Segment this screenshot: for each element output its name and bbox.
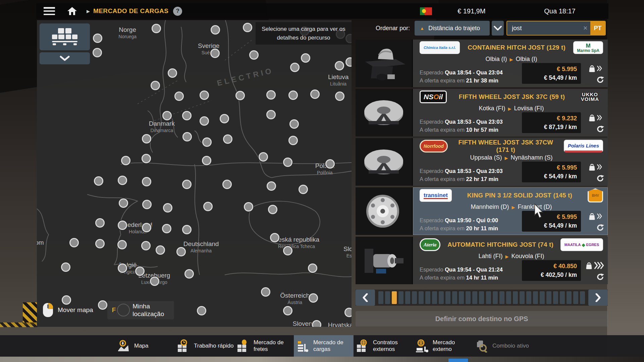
page-tick[interactable] bbox=[466, 291, 471, 304]
cargo-map-marker[interactable] bbox=[270, 233, 279, 242]
cargo-map-marker[interactable] bbox=[335, 92, 344, 101]
cargo-map-marker[interactable] bbox=[283, 246, 292, 255]
cargo-map-marker[interactable] bbox=[261, 287, 270, 297]
cargo-map-marker[interactable] bbox=[118, 263, 127, 273]
cargo-map-marker[interactable] bbox=[266, 90, 276, 100]
cargo-map-marker[interactable] bbox=[174, 92, 184, 101]
nav-freight-market[interactable]: Mercado de fretes bbox=[234, 335, 294, 357]
cargo-map-marker[interactable] bbox=[288, 90, 298, 100]
cargo-map-marker[interactable] bbox=[163, 203, 172, 213]
nav-cargo-market[interactable]: Mercado de cargas bbox=[294, 335, 354, 357]
page-tick[interactable] bbox=[452, 291, 457, 304]
page-tick[interactable] bbox=[540, 291, 545, 304]
sort-dropdown-toggle[interactable] bbox=[492, 21, 504, 36]
cargo-map-marker[interactable] bbox=[283, 158, 292, 167]
cargo-map-marker[interactable] bbox=[118, 176, 127, 185]
cargo-map-marker[interactable] bbox=[142, 223, 151, 232]
cargo-map-marker[interactable] bbox=[202, 137, 212, 147]
page-tick[interactable] bbox=[560, 291, 565, 304]
cargo-map-marker[interactable] bbox=[93, 34, 102, 43]
page-tick[interactable] bbox=[513, 291, 518, 304]
nav-quick-job[interactable]: Trabalho rápido bbox=[174, 335, 234, 357]
cargo-map-marker[interactable] bbox=[117, 240, 127, 249]
page-tick-active[interactable] bbox=[392, 291, 397, 304]
cargo-map-marker[interactable] bbox=[95, 218, 105, 228]
page-tick[interactable] bbox=[439, 291, 444, 304]
page-tick[interactable] bbox=[580, 291, 585, 304]
cargo-map-marker[interactable] bbox=[283, 306, 292, 315]
page-tick[interactable] bbox=[520, 291, 525, 304]
cargo-map-marker[interactable] bbox=[344, 308, 352, 317]
cargo-map-marker[interactable] bbox=[244, 202, 253, 212]
cargo-map-marker[interactable] bbox=[335, 61, 344, 70]
page-tick[interactable] bbox=[412, 291, 417, 304]
cargo-map-marker[interactable] bbox=[299, 185, 308, 194]
page-tick[interactable] bbox=[506, 291, 511, 304]
cargo-map-marker[interactable] bbox=[203, 202, 213, 211]
cargo-map-marker[interactable] bbox=[268, 205, 277, 214]
cargo-map-marker[interactable] bbox=[325, 159, 335, 169]
cargo-map-marker[interactable] bbox=[249, 50, 259, 60]
page-tick[interactable] bbox=[567, 291, 572, 304]
nav-map[interactable]: Mapa bbox=[115, 335, 174, 357]
cargo-offer-row[interactable]: transinet KING PIN 3 1/2 SOLID JOST (145… bbox=[356, 187, 608, 235]
cargo-map-marker[interactable] bbox=[200, 90, 209, 100]
cargo-map-marker[interactable] bbox=[142, 154, 151, 163]
cargo-map-marker[interactable] bbox=[184, 269, 194, 279]
cargo-offer-row[interactable]: NSOil FIFTH WHEEL JOST JSK 37C (59 t) UK… bbox=[356, 89, 608, 136]
cargo-map-marker[interactable] bbox=[288, 136, 298, 145]
cargo-map-marker[interactable] bbox=[210, 49, 220, 58]
cargo-map-marker[interactable] bbox=[289, 119, 299, 129]
home-icon[interactable] bbox=[67, 7, 77, 15]
cargo-map-marker[interactable] bbox=[243, 23, 252, 32]
cargo-map-marker[interactable] bbox=[176, 247, 186, 256]
nav-external-market[interactable]: Mercado externo bbox=[413, 335, 473, 357]
cargo-map-marker[interactable] bbox=[69, 238, 79, 247]
cargo-map-marker[interactable] bbox=[168, 68, 177, 78]
cargo-map-marker[interactable] bbox=[267, 181, 276, 191]
page-tick[interactable] bbox=[493, 291, 498, 304]
cargo-map-marker[interactable] bbox=[308, 263, 317, 273]
cargo-map-marker[interactable] bbox=[197, 306, 206, 315]
cargo-map-marker[interactable] bbox=[142, 134, 151, 143]
cargo-map-marker[interactable] bbox=[182, 180, 192, 189]
clear-search-icon[interactable]: × bbox=[580, 21, 590, 35]
nav-external-contracts[interactable]: Contratos externos bbox=[354, 335, 413, 357]
page-tick[interactable] bbox=[573, 291, 578, 304]
cargo-map-marker[interactable] bbox=[156, 245, 165, 255]
collapse-filter-button[interactable] bbox=[40, 52, 90, 64]
cargo-map-marker[interactable] bbox=[266, 110, 276, 119]
cargo-offer-row[interactable]: Ateria AUTOMATIC HITCHING JOST (74 t) MA… bbox=[356, 237, 608, 284]
language-button[interactable]: PT bbox=[590, 21, 605, 35]
page-tick[interactable] bbox=[378, 291, 383, 304]
search-input[interactable] bbox=[507, 21, 580, 35]
cargo-map-marker[interactable] bbox=[235, 91, 245, 100]
cargo-map-marker[interactable] bbox=[312, 320, 321, 327]
cargo-map-marker[interactable] bbox=[310, 89, 320, 99]
cargo-map-marker[interactable] bbox=[119, 198, 128, 208]
help-icon[interactable]: ? bbox=[173, 7, 182, 16]
cargo-map-marker[interactable] bbox=[162, 224, 171, 233]
cargo-map-marker[interactable] bbox=[61, 262, 70, 272]
page-tick[interactable] bbox=[486, 291, 491, 304]
cargo-map-marker[interactable] bbox=[222, 180, 232, 189]
page-tick[interactable] bbox=[445, 291, 450, 304]
page-tick[interactable] bbox=[425, 291, 430, 304]
page-tick[interactable] bbox=[405, 291, 410, 304]
page-tick[interactable] bbox=[398, 291, 404, 304]
cargo-map-marker[interactable] bbox=[118, 221, 127, 230]
cargo-map-marker[interactable] bbox=[152, 24, 161, 33]
sort-dropdown[interactable]: ▲ Distância do trajeto bbox=[415, 21, 490, 36]
next-page-button[interactable] bbox=[588, 290, 608, 306]
cargo-map-marker[interactable] bbox=[202, 156, 211, 165]
cargo-map-marker[interactable] bbox=[220, 114, 229, 123]
cargo-map-marker[interactable] bbox=[223, 134, 232, 144]
page-tick[interactable] bbox=[533, 291, 538, 304]
cargo-map-marker[interactable] bbox=[182, 132, 192, 141]
cargo-map-marker[interactable] bbox=[301, 53, 310, 63]
cargo-map-marker[interactable] bbox=[141, 241, 151, 250]
cargo-map-marker[interactable] bbox=[211, 25, 220, 35]
cargo-map-marker[interactable] bbox=[309, 293, 318, 303]
freight-map[interactable]: ELECTRIO NorgeNoruegaSverigeSuéciaLietuv… bbox=[37, 20, 352, 327]
cargo-map-marker[interactable] bbox=[162, 111, 172, 120]
